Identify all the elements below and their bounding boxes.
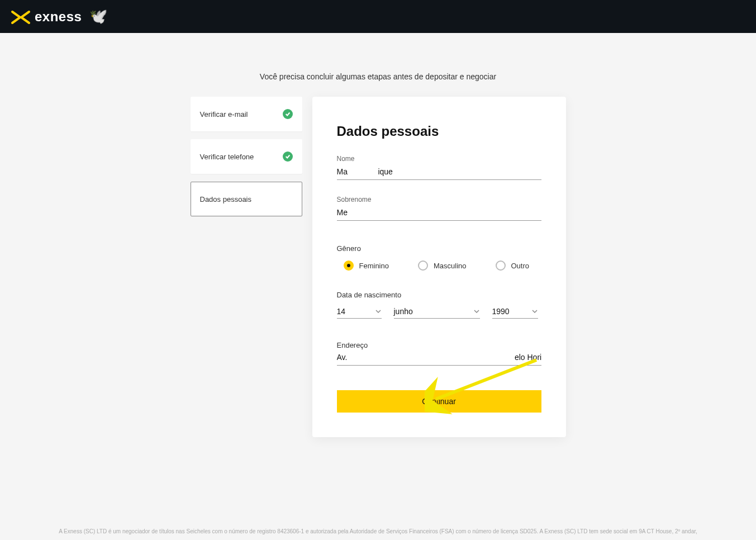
dob-month-select[interactable]: junho [394, 307, 480, 319]
gender-radio-group: Feminino Masculino Outro [337, 260, 541, 271]
gender-label: Gênero [337, 244, 541, 253]
radio-label: Masculino [434, 262, 467, 270]
radio-selected-icon [344, 260, 354, 271]
dob-month-value: junho [394, 307, 413, 316]
dob-row: 14 junho 1990 [337, 307, 541, 319]
step-label: Verificar e-mail [200, 110, 248, 119]
personal-data-card: Dados pessoais Nome Sobrenome Gênero Fem… [312, 97, 566, 437]
exness-mark-icon [10, 6, 31, 27]
check-circle-icon [283, 151, 293, 162]
chevron-down-icon [531, 308, 538, 315]
gender-radio-other[interactable]: Outro [496, 260, 530, 271]
step-label: Verificar telefone [200, 153, 254, 161]
name-label: Nome [337, 155, 541, 163]
step-verify-email[interactable]: Verificar e-mail [191, 97, 302, 131]
address-label: Endereço [337, 341, 541, 349]
dob-day-select[interactable]: 14 [337, 307, 382, 319]
radio-label: Feminino [359, 262, 389, 270]
gender-radio-male[interactable]: Masculino [418, 260, 467, 271]
surname-field-group: Sobrenome [337, 196, 541, 221]
radio-unselected-icon [496, 260, 506, 271]
card-title: Dados pessoais [337, 124, 541, 139]
chevron-down-icon [473, 308, 480, 315]
dob-day-value: 14 [337, 307, 346, 316]
brand-name: exness [35, 9, 82, 25]
radio-label: Outro [511, 262, 530, 270]
intro-text: Você precisa concluir algumas etapas ant… [0, 72, 756, 81]
continue-button[interactable]: Continuar [337, 390, 541, 413]
dob-year-value: 1990 [492, 307, 510, 316]
content-area: Verificar e-mail Verificar telefone Dado… [0, 97, 756, 437]
footer-disclaimer: A Exness (SC) LTD é um negociador de tít… [0, 528, 756, 534]
name-field-group: Nome [337, 155, 541, 180]
gender-radio-female[interactable]: Feminino [344, 260, 389, 271]
dob-year-select[interactable]: 1990 [492, 307, 538, 319]
brand-logo[interactable]: exness 🕊️ [10, 6, 107, 27]
app-header: exness 🕊️ [0, 0, 756, 33]
dob-label: Data de nascimento [337, 291, 541, 299]
surname-label: Sobrenome [337, 196, 541, 203]
name-input[interactable] [337, 165, 541, 180]
surname-input[interactable] [337, 206, 541, 221]
step-personal-data[interactable]: Dados pessoais [191, 182, 302, 216]
radio-unselected-icon [418, 260, 428, 271]
steps-sidebar: Verificar e-mail Verificar telefone Dado… [191, 97, 302, 216]
check-circle-icon [283, 109, 293, 119]
step-label: Dados pessoais [200, 195, 252, 203]
chevron-down-icon [375, 308, 382, 315]
dove-icon: 🕊️ [89, 8, 107, 25]
address-input[interactable] [337, 350, 541, 366]
step-verify-phone[interactable]: Verificar telefone [191, 139, 302, 174]
